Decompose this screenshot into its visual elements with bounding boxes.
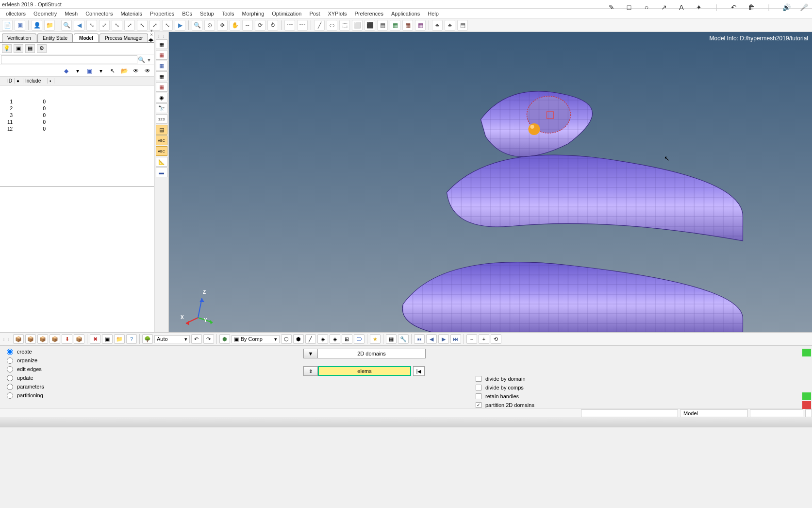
nav-prev-icon[interactable]: ◀ <box>426 334 437 344</box>
tab-model[interactable]: Model <box>74 34 99 42</box>
menu-materials[interactable]: Materials <box>116 10 146 17</box>
table-row[interactable]: 2 0 <box>0 105 154 112</box>
section-icon[interactable]: ▬ <box>156 168 167 177</box>
comp4-icon[interactable]: 📦 <box>50 334 60 344</box>
nav-next-icon[interactable]: ▶ <box>438 334 449 344</box>
axis-xy-icon[interactable]: ⤡ <box>86 20 97 31</box>
trash-icon[interactable]: 🗑 <box>747 3 756 12</box>
radio-create-input[interactable] <box>7 349 13 355</box>
help-icon[interactable]: ? <box>126 334 137 344</box>
folder-icon[interactable]: 📁 <box>44 20 55 31</box>
radio-update[interactable]: update <box>7 374 44 382</box>
search-input[interactable] <box>1 55 137 64</box>
solid-icon[interactable]: ⬢ <box>219 334 230 344</box>
col-flag[interactable]: ▪ <box>48 78 54 84</box>
undo2-icon[interactable]: ↶ <box>191 334 202 344</box>
curve1-icon[interactable]: 〰 <box>284 20 295 31</box>
radio-create[interactable]: create <box>7 348 44 356</box>
menu-connectors[interactable]: Connectors <box>82 10 116 17</box>
pencil-icon[interactable]: ✎ <box>607 3 616 12</box>
bycomp-dropdown[interactable]: ▣ By Comp ▾ <box>232 335 280 343</box>
highlight2-icon[interactable]: ABC <box>156 135 167 145</box>
menu-post[interactable]: Post <box>305 10 324 17</box>
rotate-icon[interactable]: ⟳ <box>255 20 265 31</box>
binoculars-icon[interactable]: 🔭 <box>156 103 167 113</box>
curve2-icon[interactable]: 〰 <box>297 20 308 31</box>
gear-icon[interactable]: ⚙ <box>37 44 47 53</box>
tab-process-manager[interactable]: Process Manager <box>99 34 148 42</box>
menu-collectors[interactable]: ollectors <box>2 10 30 17</box>
status-field-3[interactable] <box>750 409 803 417</box>
axis-triad[interactable]: X Y Z <box>179 288 217 327</box>
zoom-area-icon[interactable]: ⊙ <box>204 20 215 31</box>
menu-morphing[interactable]: Morphing <box>238 10 268 17</box>
menu-mesh[interactable]: Mesh <box>61 10 82 17</box>
table-row[interactable]: 12 0 <box>0 125 154 132</box>
wand-icon[interactable]: ✦ <box>695 3 703 12</box>
comp2-icon[interactable]: 📦 <box>25 334 36 344</box>
action-green-button[interactable] <box>802 349 811 356</box>
box3-icon[interactable]: ▦ <box>377 20 388 31</box>
measure-icon[interactable]: 📐 <box>156 157 167 167</box>
highlight3-icon[interactable]: ABC <box>156 146 167 156</box>
zoom-in-icon[interactable]: 🔍 <box>61 20 72 31</box>
box1-icon[interactable]: ⬜ <box>352 20 363 31</box>
shade3-icon[interactable]: ▦ <box>156 61 167 70</box>
wireframe-icon[interactable]: ⬡ <box>281 334 292 344</box>
tab-verification[interactable]: Verification <box>2 34 36 42</box>
auto-dropdown[interactable]: Auto ▾ <box>154 335 190 343</box>
line1-icon[interactable]: ╱ <box>305 334 316 344</box>
comp3-icon[interactable]: 📦 <box>37 334 48 344</box>
col-color[interactable]: ● <box>15 78 23 84</box>
shade4-icon[interactable]: ▦ <box>156 71 167 81</box>
domain-dropdown-button[interactable]: ▼ <box>303 349 318 358</box>
pill-icon[interactable]: ⬭ <box>327 20 337 31</box>
delete-icon[interactable]: ✖ <box>90 334 100 344</box>
cursor-icon[interactable]: ↖ <box>108 67 117 75</box>
spin-icon[interactable]: ⥁ <box>267 20 278 31</box>
menu-optimization[interactable]: Optimization <box>268 10 305 17</box>
pan-icon[interactable]: ✋ <box>230 20 240 31</box>
search-icon[interactable]: 🔍 <box>137 56 145 63</box>
arrow-icon[interactable]: ↗ <box>660 3 668 12</box>
tree2-icon[interactable]: ♣ <box>445 20 455 31</box>
folder2-icon[interactable]: 📁 <box>114 334 125 344</box>
check-divide-domain[interactable]: divide by domain <box>476 375 534 383</box>
radio-partitioning[interactable]: partitioning <box>7 391 44 399</box>
chevron2-icon[interactable]: ▾ <box>97 67 105 75</box>
axis-iso-icon[interactable]: ⤢ <box>124 20 135 31</box>
horiz-icon[interactable]: ↔ <box>242 20 253 31</box>
entity-reset-button[interactable]: |◀ <box>413 366 425 376</box>
refresh-icon[interactable]: ⟲ <box>491 334 501 344</box>
tab-entity-state[interactable]: Entity State <box>37 34 73 42</box>
redo2-icon[interactable]: ↷ <box>203 334 214 344</box>
layers-icon[interactable]: ▦ <box>25 44 35 53</box>
new-comp-icon[interactable]: 📦 <box>13 334 24 344</box>
status-field-end[interactable] <box>805 409 812 417</box>
square-icon[interactable]: □ <box>625 3 633 12</box>
menu-help[interactable]: Help <box>424 10 443 17</box>
eye-toggle-icon[interactable]: 👁 <box>143 67 152 75</box>
undo-icon[interactable]: ↶ <box>729 3 738 12</box>
check-divide-comps[interactable]: divide by comps <box>476 384 534 391</box>
radio-parameters[interactable]: parameters <box>7 383 44 390</box>
mic-icon[interactable]: 🎤 <box>799 3 808 12</box>
cylinder-icon[interactable]: ⬚ <box>339 20 350 31</box>
status-model-field[interactable]: Model <box>680 409 748 417</box>
table-row[interactable]: 1 0 <box>0 98 154 105</box>
menu-setup[interactable]: Setup <box>196 10 218 17</box>
menu-bcs[interactable]: BCs <box>178 10 196 17</box>
back-icon[interactable]: ◀ <box>74 20 84 31</box>
radio-partitioning-input[interactable] <box>7 392 13 399</box>
numbers-icon[interactable]: 123 <box>156 114 167 124</box>
axis-yz-icon[interactable]: ⤢ <box>99 20 110 31</box>
shade1-icon[interactable]: ▦ <box>156 39 167 49</box>
menu-preferences[interactable]: Preferences <box>351 10 387 17</box>
grid1-icon[interactable]: ▦ <box>390 20 400 31</box>
monitor-icon[interactable]: 🖵 <box>354 334 365 344</box>
sound-icon[interactable]: 🔊 <box>782 3 791 12</box>
cube-icon[interactable]: ▣ <box>15 20 25 31</box>
plus-icon[interactable]: + <box>479 334 489 344</box>
cubes-icon[interactable]: ▣ <box>14 44 23 53</box>
box-icon[interactable]: ▣ <box>85 67 94 75</box>
